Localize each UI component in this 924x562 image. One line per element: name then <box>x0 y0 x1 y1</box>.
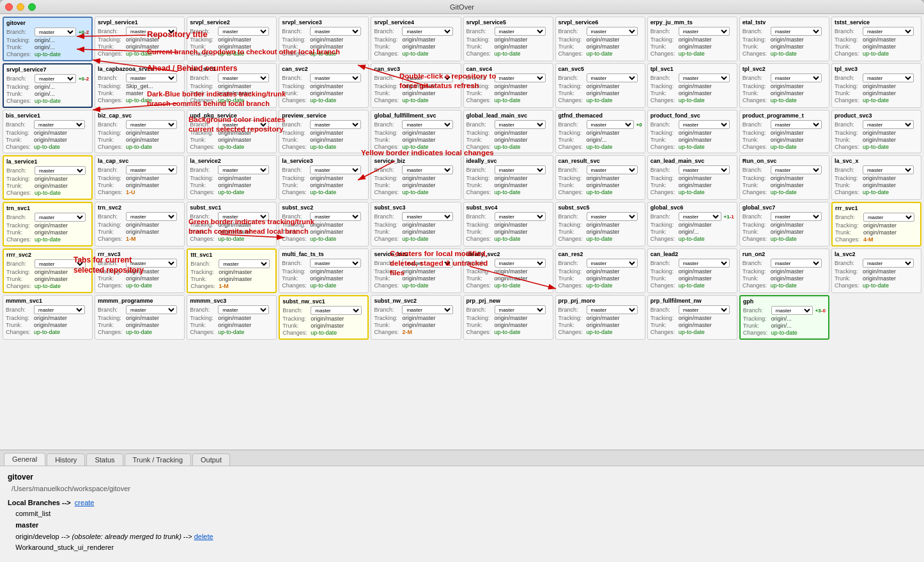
branch-dropdown[interactable]: master <box>34 305 85 314</box>
repo-card[interactable]: subst_svc1Branch:masterTracking:origin/m… <box>187 202 277 247</box>
branch-dropdown[interactable]: master <box>310 73 361 82</box>
branch-dropdown[interactable]: master <box>587 120 634 129</box>
repo-card[interactable]: can_lead_main_svcBranch:masterTracking:o… <box>647 155 737 200</box>
repo-card[interactable]: can_svc3Branch:masterTracking:origin/mas… <box>371 63 461 108</box>
branch-dropdown[interactable]: master <box>310 212 361 221</box>
branch-dropdown[interactable]: master <box>402 259 453 268</box>
repo-card[interactable]: la_svc2Branch:masterTracking:origin/mast… <box>831 248 921 293</box>
repo-card[interactable]: subst_svc5Branch:masterTracking:origin/m… <box>555 202 645 247</box>
branch-dropdown[interactable]: master <box>771 73 822 82</box>
repo-card[interactable]: service_bizBranch:masterTracking:origin/… <box>371 155 461 200</box>
repo-card[interactable]: srvpl_service5Branch:masterTracking:orig… <box>463 17 553 61</box>
branch-dropdown[interactable]: master <box>402 305 453 314</box>
repo-card[interactable]: srvpl_service7Branch:master+0-2Tracking:… <box>3 63 93 108</box>
branch-dropdown[interactable]: master <box>402 212 453 221</box>
branch-dropdown[interactable]: master <box>310 259 361 268</box>
repo-card[interactable]: la_service2Branch:masterTracking:origin/… <box>187 155 277 200</box>
repo-card[interactable]: gitoverBranch:master+0-2Tracking:origin/… <box>3 17 93 61</box>
repo-card[interactable]: prp_prj_newBranch:masterTracking:origin/… <box>463 295 553 340</box>
repo-card[interactable]: product_programme_tBranch:masterTracking… <box>739 110 829 153</box>
repo-card[interactable]: tpl_svc3Branch:masterTracking:origin/mas… <box>831 63 921 108</box>
repo-card[interactable]: trn_svc1Branch:masterTracking:origin/mas… <box>3 202 93 247</box>
close-button[interactable] <box>5 3 13 11</box>
branch-dropdown[interactable]: master <box>126 165 177 174</box>
branch-dropdown[interactable]: master <box>495 259 546 268</box>
tab-status[interactable]: Status <box>86 453 123 466</box>
repo-card[interactable]: can_res2Branch:masterTracking:origin/mas… <box>555 248 645 293</box>
repo-card[interactable]: run_on2Branch:masterTracking:origin/mast… <box>739 248 829 293</box>
repo-card[interactable]: gtfnd_themacedBranch:master+0Tracking:or… <box>555 110 645 153</box>
repo-card[interactable]: service_biz2Branch:masterTracking:origin… <box>371 248 461 293</box>
repo-card[interactable]: la_service3Branch:masterTracking:origin/… <box>279 155 369 200</box>
repo-card[interactable]: tpl_svc1Branch:masterTracking:origin/mas… <box>647 63 737 108</box>
branch-dropdown[interactable]: master <box>310 27 361 36</box>
branch-dropdown[interactable]: master <box>863 165 914 174</box>
repo-card[interactable]: can_svc5Branch:masterTracking:origin/mas… <box>555 63 645 108</box>
branch-dropdown[interactable]: master <box>771 212 822 221</box>
branch-dropdown[interactable]: master <box>679 305 730 314</box>
repo-card[interactable]: ideally_svc2Branch:masterTracking:origin… <box>463 248 553 293</box>
branch-dropdown[interactable]: master <box>219 259 270 268</box>
branch-dropdown[interactable]: master <box>587 73 638 82</box>
repo-card[interactable]: can_result_svcBranch:masterTracking:orig… <box>555 155 645 200</box>
repo-card[interactable]: ttt_svc1Branch:masterTracking:origin/mas… <box>187 248 277 293</box>
repo-card[interactable]: global_lead_main_svcBranch:masterTrackin… <box>463 110 553 153</box>
repo-card[interactable]: product_fond_svcBranch:masterTracking:or… <box>647 110 737 153</box>
repo-card[interactable]: srvpl_service1Branch:masterTracking:orig… <box>95 17 185 61</box>
branch-dropdown[interactable]: master <box>587 165 638 174</box>
repo-card[interactable]: etal_tstvBranch:masterTracking:origin/ma… <box>739 17 829 61</box>
branch-dropdown[interactable]: master <box>587 259 638 268</box>
repo-card[interactable]: la_svc_xBranch:masterTracking:origin/mas… <box>831 155 921 200</box>
repo-card[interactable]: rrr_svc1Branch:masterTracking:origin/mas… <box>831 202 921 247</box>
repo-card[interactable]: gphBranch:master+3-0Tracking:origin/...T… <box>739 295 829 340</box>
repo-card[interactable]: can_lead2Branch:masterTracking:origin/ma… <box>647 248 737 293</box>
branch-dropdown[interactable]: master <box>218 305 269 314</box>
repo-card[interactable]: subst_svc3Branch:masterTracking:origin/m… <box>371 202 461 247</box>
delete-branch-link[interactable]: delete <box>194 533 213 540</box>
branch-dropdown[interactable]: master <box>771 27 822 36</box>
branch-dropdown[interactable]: master <box>679 27 730 36</box>
branch-dropdown[interactable]: master <box>35 27 76 36</box>
branch-dropdown[interactable]: master <box>495 165 546 174</box>
repo-card[interactable]: can_svc1Branch:masterTracking:origin/mas… <box>187 63 277 108</box>
tab-output[interactable]: Output <box>192 453 230 466</box>
branch-dropdown[interactable]: master <box>402 120 453 129</box>
branch-dropdown[interactable]: master <box>310 120 361 129</box>
branch-dropdown[interactable]: master <box>218 73 269 82</box>
branch-dropdown[interactable]: master <box>35 213 86 222</box>
branch-dropdown[interactable]: master <box>218 120 269 129</box>
branch-dropdown[interactable]: master <box>587 27 638 36</box>
repo-card[interactable]: subst_svc4Branch:masterTracking:origin/m… <box>463 202 553 247</box>
branch-dropdown[interactable]: master <box>679 120 730 129</box>
repo-card[interactable]: tstst_serviceBranch:masterTracking:origi… <box>831 17 921 61</box>
create-branch-link[interactable]: create <box>75 499 95 506</box>
branch-dropdown[interactable]: master <box>771 259 822 268</box>
repo-card[interactable]: upd_pkg_serviceBranch:masterTracking:ori… <box>187 110 277 153</box>
grid-scroll[interactable]: gitoverBranch:master+0-2Tracking:origin/… <box>3 17 921 447</box>
branch-dropdown[interactable]: master <box>35 74 76 83</box>
branch-dropdown[interactable]: master <box>587 212 638 221</box>
tab-general[interactable]: General <box>4 453 45 466</box>
repo-card[interactable]: mmmm_programmeBranch:masterTracking:orig… <box>95 295 185 340</box>
branch-dropdown[interactable]: master <box>679 259 730 268</box>
repo-card[interactable]: mmmm_svc1Branch:masterTracking:origin/ma… <box>3 295 93 340</box>
branch-dropdown[interactable]: master <box>218 165 269 174</box>
branch-dropdown[interactable]: master <box>35 259 86 268</box>
repo-card[interactable]: rrr_svc3Branch:masterTracking:origin/mas… <box>95 248 185 293</box>
repo-card[interactable]: global_fullfillment_svcBranch:masterTrac… <box>371 110 461 153</box>
repo-card[interactable]: la_cap_svcBranch:masterTracking:origin/m… <box>95 155 185 200</box>
repo-card[interactable]: srvpl_service3Branch:masterTracking:orig… <box>279 17 369 61</box>
branch-dropdown[interactable]: master <box>679 165 730 174</box>
repo-card[interactable]: prp_prj_moreBranch:masterTracking:origin… <box>555 295 645 340</box>
branch-dropdown[interactable]: master <box>863 259 914 268</box>
repo-card[interactable]: ideally_svcBranch:masterTracking:origin/… <box>463 155 553 200</box>
branch-dropdown[interactable]: master <box>495 212 546 221</box>
branch-dropdown[interactable]: master <box>218 212 269 221</box>
repo-card[interactable]: prp_fullfilment_nwBranch:masterTracking:… <box>647 295 737 340</box>
repo-card[interactable]: rrrr_svc2Branch:masterTracking:origin/ma… <box>3 248 93 293</box>
branch-dropdown[interactable]: master <box>679 73 730 82</box>
repo-card[interactable]: srvpl_service2Branch:masterTracking:orig… <box>187 17 277 61</box>
branch-dropdown[interactable]: master <box>402 165 453 174</box>
tab-trunk-tracking[interactable]: Trunk / Tracking <box>125 453 191 466</box>
branch-dropdown[interactable]: master <box>587 305 638 314</box>
